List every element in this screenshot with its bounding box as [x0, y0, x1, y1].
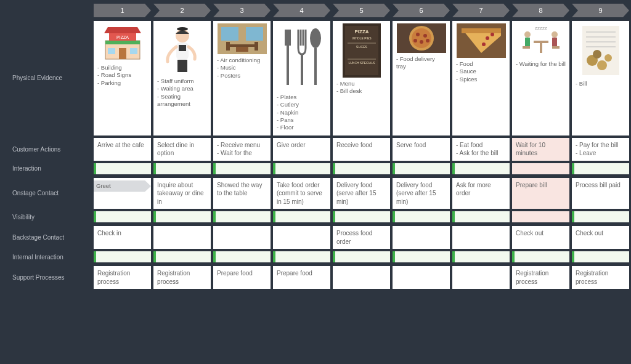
cutlery-icon [277, 23, 327, 91]
backstage-cell: Check in [94, 226, 151, 249]
pizza-shop-icon: PIZZA [97, 23, 147, 62]
evidence-text: - Staff uniform - Waiting area - Seating… [157, 78, 207, 108]
svg-rect-49 [540, 43, 542, 53]
svg-point-37 [423, 34, 427, 38]
svg-rect-12 [177, 60, 187, 72]
interaction-cell [452, 163, 510, 174]
internal-cell [393, 251, 450, 262]
backstage-cell: Process food order [333, 226, 390, 249]
evidence-cell-9: - Bill [572, 21, 629, 135]
svg-text:SLICES: SLICES [356, 45, 367, 49]
evidence-cell-7: - Food - Sauce - Spices [452, 21, 510, 135]
onstage-cell: Take food order (commit to serve in 15 m… [273, 178, 330, 209]
svg-rect-5 [108, 48, 115, 54]
onstage-cell: Delivery food (serve after 15 min) [333, 178, 390, 209]
evidence-text: - Air conditioning - Music - Posters [217, 57, 267, 79]
customer-action-cell: Receive food [333, 138, 390, 161]
onstage-cell: Delivery food (serve after 15 min) [393, 178, 450, 209]
backstage-cell [273, 226, 330, 249]
svg-rect-22 [301, 54, 303, 85]
row-label-internal: Internal Interaction [5, 251, 91, 262]
svg-point-44 [486, 36, 489, 40]
row-label-onstage: Onstage Contact [5, 178, 91, 209]
support-cell [333, 266, 390, 289]
svg-point-23 [310, 28, 321, 48]
svg-rect-18 [254, 42, 258, 51]
internal-cell [94, 251, 151, 262]
svg-point-45 [491, 33, 494, 36]
service-blueprint-grid: 1 2 3 4 5 6 7 8 9 Physical Evidence PIZZ… [0, 0, 631, 293]
customer-action-cell: - Receive menu - Wait for the [213, 138, 271, 161]
visibility-cell [333, 211, 390, 222]
internal-cell [512, 251, 569, 262]
svg-text:WHOLE PIES: WHOLE PIES [352, 36, 372, 40]
internal-cell [213, 251, 271, 262]
bill-receipt-icon [576, 23, 625, 78]
svg-rect-17 [226, 42, 230, 51]
svg-point-39 [413, 39, 417, 42]
step-5: 5 [333, 4, 390, 17]
interaction-cell [94, 163, 151, 174]
support-cell: Prepare food [273, 266, 330, 289]
evidence-text: - Bill [576, 80, 625, 87]
evidence-cell-2: - Staff uniform - Waiting area - Seating… [153, 21, 211, 135]
svg-point-9 [177, 27, 188, 31]
visibility-cell [452, 211, 510, 222]
step-4: 4 [273, 4, 330, 17]
svg-point-62 [597, 60, 607, 70]
backstage-cell [153, 226, 211, 249]
evidence-cell-1: PIZZA - Building - Road Signs - Parking [94, 21, 151, 135]
row-label-visibility: Visibility [5, 211, 91, 222]
visibility-cell [153, 211, 211, 222]
svg-rect-6 [130, 48, 137, 54]
internal-cell [572, 251, 629, 262]
onstage-cell: Process bill paid [572, 178, 629, 209]
svg-point-50 [524, 31, 531, 38]
svg-point-63 [593, 50, 601, 59]
visibility-cell [512, 211, 569, 222]
svg-rect-21 [285, 30, 291, 46]
evidence-cell-5: PIZZA WHOLE PIES SLICES LUNCH SPECIALS -… [333, 21, 390, 135]
svg-text:zzzzz: zzzzz [535, 25, 547, 31]
svg-point-40 [426, 39, 429, 42]
evidence-cell-3: - Air conditioning - Music - Posters [213, 21, 271, 135]
backstage-cell [393, 226, 450, 249]
evidence-text: - Food - Sauce - Spices [456, 60, 506, 83]
svg-marker-43 [462, 28, 501, 33]
svg-rect-52 [523, 46, 530, 49]
interaction-cell [393, 163, 450, 174]
row-label-customer-actions: Customer Actions [5, 138, 91, 161]
svg-text:LUNCH SPECIALS: LUNCH SPECIALS [348, 61, 375, 65]
customer-action-cell: Serve food [393, 138, 450, 161]
row-label-physical-evidence: Physical Evidence [5, 21, 91, 135]
visibility-cell [393, 211, 450, 222]
step-6: 6 [393, 4, 450, 17]
interaction-cell [572, 163, 629, 174]
svg-rect-24 [314, 48, 317, 85]
internal-cell [452, 251, 510, 262]
header-empty [5, 4, 91, 18]
step-7: 7 [452, 4, 510, 17]
row-label-interaction: Interaction [5, 163, 91, 174]
svg-text:PIZZA: PIZZA [116, 35, 129, 39]
onstage-cell: Greet [94, 178, 151, 209]
internal-cell [273, 251, 330, 262]
svg-rect-11 [179, 45, 186, 51]
interaction-cell [213, 163, 271, 174]
svg-point-35 [412, 28, 431, 48]
evidence-cell-6: - Food delivery tray [393, 21, 450, 135]
customer-action-cell: - Pay for the bill - Leave [572, 138, 629, 161]
step-9: 9 [572, 4, 629, 17]
svg-rect-16 [230, 44, 254, 47]
support-cell [452, 266, 510, 289]
svg-text:PIZZA: PIZZA [354, 29, 368, 34]
onstage-cell: Ask for more order [452, 178, 510, 209]
support-cell: Registration process [572, 266, 629, 289]
support-cell: Registration process [94, 266, 151, 289]
backstage-cell: Check out [572, 226, 629, 249]
interaction-cell [333, 163, 390, 174]
customer-action-cell: Arrive at the cafe [94, 138, 151, 161]
interaction-cell [273, 163, 330, 174]
onstage-cell: Showed the way to the table [213, 178, 271, 209]
internal-cell [333, 251, 390, 262]
